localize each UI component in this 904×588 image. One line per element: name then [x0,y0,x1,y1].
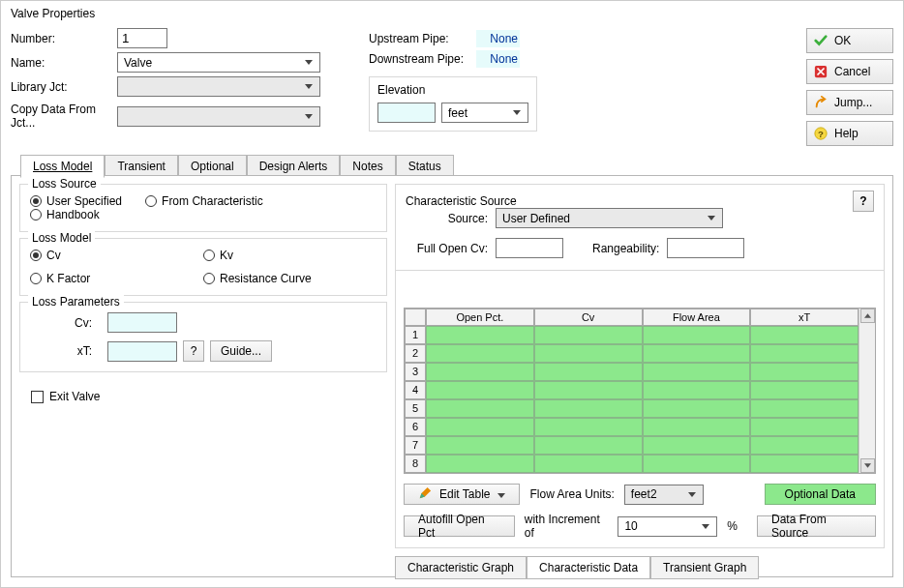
edit-table-button[interactable]: Edit Table [404,484,520,505]
jump-button[interactable]: Jump... [806,90,893,115]
table-cell[interactable] [750,326,859,344]
table-cell[interactable] [750,418,859,436]
table-cell[interactable] [643,436,751,455]
row-header[interactable]: 3 [405,363,426,381]
copy-from-combo[interactable] [117,106,320,127]
radio-kv[interactable]: Kv [203,249,353,262]
ok-button-label: OK [834,34,851,47]
table-cell[interactable] [643,418,751,436]
rangeability-input[interactable] [667,238,744,258]
ok-button[interactable]: OK [806,28,893,53]
characteristic-source-help[interactable]: ? [853,191,874,212]
right-column: Characteristic Source ? Source: User Def… [395,184,885,569]
number-input[interactable] [117,28,167,48]
row-header[interactable]: 2 [405,344,426,363]
row-header[interactable]: 5 [405,399,426,418]
elevation-unit-combo[interactable]: feet [441,103,528,123]
table-cell[interactable] [643,399,751,418]
row-header[interactable]: 7 [405,436,426,455]
exit-valve-label: Exit Valve [49,390,100,403]
table-cell[interactable] [534,455,643,473]
table-body: 12345678 [405,326,859,473]
col-flow-area[interactable]: Flow Area [643,309,751,326]
radio-from-characteristic[interactable]: From Characteristic [145,194,263,208]
table-cell[interactable] [534,399,643,418]
scroll-up-icon[interactable] [860,309,875,323]
flow-area-units-combo[interactable]: feet2 [624,485,704,505]
with-increment-label: with Increment of [525,513,609,540]
table-cell[interactable] [426,381,534,399]
exit-valve-check[interactable]: Exit Valve [31,390,387,403]
col-open-pct[interactable]: Open Pct. [426,309,534,326]
row-header[interactable]: 8 [405,455,426,473]
row-header[interactable]: 1 [405,326,426,344]
table-cell[interactable] [426,418,534,436]
col-cv[interactable]: Cv [534,309,643,326]
cancel-button[interactable]: Cancel [806,59,893,84]
radio-handbook[interactable]: Handbook [30,208,100,221]
guide-button[interactable]: Guide... [210,340,272,362]
table-header-row: Open Pct. Cv Flow Area xT [405,309,859,326]
table-cell[interactable] [750,399,859,418]
xt-help-button[interactable]: ? [183,340,204,362]
table-cell[interactable] [750,455,859,473]
table-cell[interactable] [534,344,643,363]
subtab-transient-graph[interactable]: Transient Graph [650,556,759,579]
radio-cv[interactable]: Cv [30,249,180,262]
radio-user-specified-label: User Specified [46,194,122,208]
table-cell[interactable] [534,381,643,399]
valve-properties-dialog: Valve Properties Number: Name: Valve Lib… [0,0,904,588]
source-combo[interactable]: User Defined [496,208,723,228]
radio-kfactor[interactable]: K Factor [30,272,180,285]
radio-user-specified[interactable]: User Specified [30,194,122,208]
name-label: Name: [11,54,117,72]
row-header[interactable]: 4 [405,381,426,399]
table-scrollbar[interactable] [859,309,875,473]
table-cell[interactable] [750,344,859,363]
chevron-down-icon [684,486,700,503]
top-row: Number: Name: Valve Library Jct: [11,28,893,132]
library-combo[interactable] [117,76,320,97]
increment-combo[interactable]: 10 [618,516,717,537]
table-cell[interactable] [426,399,534,418]
table-cell[interactable] [426,455,534,473]
help-button[interactable]: ? Help [806,121,893,146]
table-cell[interactable] [750,363,859,381]
downstream-value: None [476,50,520,68]
table-cell[interactable] [750,381,859,399]
table-cell[interactable] [643,455,751,473]
radio-from-characteristic-label: From Characteristic [162,194,263,208]
table-cell[interactable] [643,344,751,363]
table-cell[interactable] [426,326,534,344]
autofill-open-pct-button[interactable]: Autofill Open Pct [404,515,515,537]
table-cell[interactable] [643,326,751,344]
data-from-source-button[interactable]: Data From Source [757,515,876,537]
rangeability-label: Rangeability: [592,242,659,255]
xt-input[interactable] [107,341,177,362]
scroll-down-icon[interactable] [860,458,875,473]
upstream-row: Upstream Pipe: None [369,28,537,48]
table-cell[interactable] [426,363,534,381]
subtab-characteristic-graph[interactable]: Characteristic Graph [395,556,527,579]
table-cell[interactable] [643,363,751,381]
col-xt[interactable]: xT [750,309,859,326]
subtab-characteristic-data[interactable]: Characteristic Data [527,556,650,579]
full-open-cv-input[interactable] [496,238,563,258]
table-cell[interactable] [534,418,643,436]
optional-data-button[interactable]: Optional Data [765,484,876,505]
row-header[interactable]: 6 [405,418,426,436]
radio-resistance-curve[interactable]: Resistance Curve [203,272,353,285]
table-cell[interactable] [534,363,643,381]
table-row: 8 [405,455,859,473]
table-cell[interactable] [643,381,751,399]
table-cell[interactable] [426,436,534,455]
name-combo[interactable]: Valve [117,52,320,73]
table-cell[interactable] [534,326,643,344]
tab-loss-model[interactable]: Loss Model [20,155,105,178]
table-cell[interactable] [534,436,643,455]
radio-handbook-label: Handbook [46,208,100,221]
table-cell[interactable] [426,344,534,363]
table-cell[interactable] [750,436,859,455]
elevation-input[interactable] [377,103,436,123]
cv-input[interactable] [107,312,177,333]
